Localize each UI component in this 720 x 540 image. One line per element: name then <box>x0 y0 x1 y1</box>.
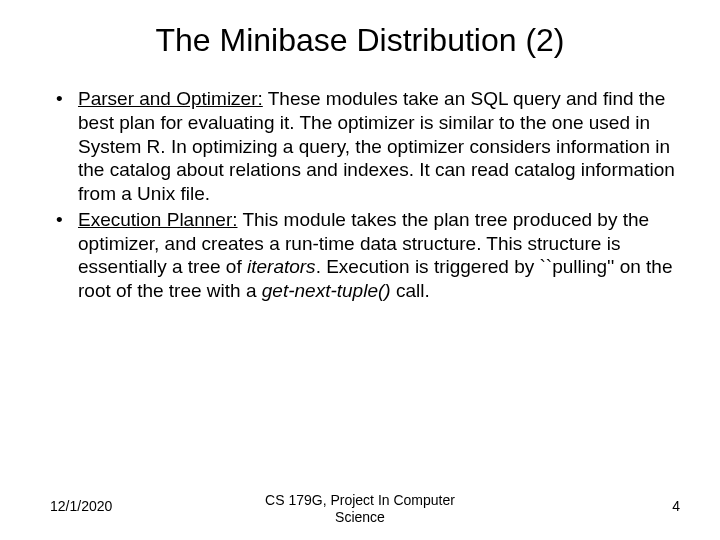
slide-content: Parser and Optimizer: These modules take… <box>0 69 720 303</box>
slide-title: The Minibase Distribution (2) <box>0 0 720 69</box>
footer-center-line2: Science <box>335 509 385 525</box>
italic-term: get-next-tuple() <box>262 280 391 301</box>
bullet-heading: Execution Planner: <box>78 209 238 230</box>
bullet-item: Execution Planner: This module takes the… <box>50 208 690 303</box>
italic-term: iterators <box>247 256 316 277</box>
bullet-heading: Parser and Optimizer: <box>78 88 263 109</box>
footer-page-number: 4 <box>672 498 680 514</box>
slide: The Minibase Distribution (2) Parser and… <box>0 0 720 540</box>
bullet-body: call. <box>391 280 430 301</box>
bullet-list: Parser and Optimizer: These modules take… <box>50 87 690 303</box>
footer-center: CS 179G, Project In Computer Science <box>0 492 720 526</box>
footer-center-line1: CS 179G, Project In Computer <box>265 492 455 508</box>
bullet-item: Parser and Optimizer: These modules take… <box>50 87 690 206</box>
